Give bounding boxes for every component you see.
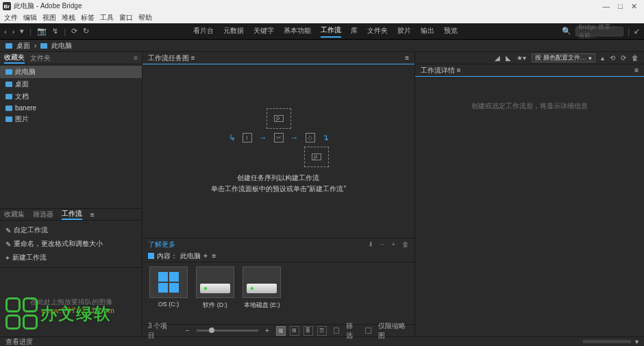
thumb-only-label[interactable]: 仅限缩略图 (378, 321, 409, 341)
menu-edit[interactable]: 编辑 (23, 13, 37, 23)
folder-icon (5, 94, 12, 99)
folder-icon (5, 106, 12, 111)
thumb-only-checkbox[interactable] (365, 328, 371, 334)
image-placeholder-icon (267, 108, 291, 129)
maximize-button[interactable]: □ (618, 2, 623, 11)
workflow-item-new[interactable]: +新建工作流 (0, 251, 142, 264)
menu-window[interactable]: 窗口 (119, 13, 133, 23)
workflow-diagram: ↳ I → ✂ → ◇ ↴ (229, 108, 329, 167)
panel-menu-icon[interactable]: ≡ (405, 54, 409, 62)
tab-keywords[interactable]: 关键字 (253, 26, 274, 37)
zoom-in-button[interactable]: + (265, 327, 269, 334)
drive-thumb (243, 267, 281, 298)
content-title[interactable]: 此电脑 (180, 251, 201, 261)
panel-menu-icon[interactable]: ≡ (134, 54, 138, 62)
learn-more-link[interactable]: 了解更多 (148, 240, 175, 249)
drive-item[interactable]: 本地磁盘 (E:) (241, 267, 282, 310)
tab-workflow[interactable]: 工作流 (321, 25, 341, 38)
tree-item-thispc[interactable]: 此电脑 (0, 66, 142, 78)
search-icon[interactable]: 🔍 (562, 27, 571, 36)
menu-file[interactable]: 文件 (4, 13, 18, 23)
crumb-thispc[interactable]: 此电脑 (51, 41, 72, 51)
close-button[interactable]: ✕ (631, 2, 637, 11)
lock-grid-button[interactable]: ⊞ (290, 326, 299, 336)
tab-collections[interactable]: 收藏集 (4, 210, 25, 219)
plus-icon[interactable]: + (203, 252, 208, 260)
compact-mode-icon[interactable]: ↙ (634, 27, 640, 36)
detail-header: 工作流详情 ≡ ≡ (415, 64, 644, 77)
grid-view-button[interactable]: ▦ (276, 326, 286, 336)
tab-metadata[interactable]: 元数据 (223, 26, 244, 37)
sort-direction-icon[interactable]: ▴ (601, 54, 604, 62)
back-button[interactable]: ‹ (4, 27, 7, 36)
menu-stack[interactable]: 堆栈 (62, 13, 75, 23)
favorites-header: 收藏夹 文件夹 ≡ (0, 52, 142, 64)
trash-icon[interactable]: 🗑 (402, 240, 409, 248)
open-recent-icon[interactable]: ↻ (83, 27, 89, 36)
rotate-ccw-icon[interactable]: ⟲ (610, 54, 615, 62)
menu-view[interactable]: 视图 (42, 13, 56, 23)
workflow-item-rename[interactable]: ✎重命名，更改格式和调整大小 (0, 237, 142, 251)
plus-icon[interactable]: + (391, 240, 395, 248)
crumb-desktop[interactable]: 桌面 (16, 41, 30, 51)
folder-icon (5, 116, 12, 122)
sort-desc-icon[interactable]: ◣ (506, 54, 511, 62)
list-view-button[interactable]: ☰ (317, 326, 327, 336)
curve-arrow-icon: ↴ (322, 133, 329, 143)
drive-label: OS (C:) (158, 301, 179, 308)
sort-select[interactable]: 按 颜色配置文件…▾ (532, 53, 595, 62)
tab-output[interactable]: 输出 (421, 26, 434, 37)
minus-icon[interactable]: − (380, 240, 384, 248)
rotate-cw-icon[interactable]: ⟳ (621, 54, 626, 62)
tab-favorites[interactable]: 收藏夹 (4, 53, 25, 64)
tab-essentials[interactable]: 基本功能 (284, 26, 311, 37)
minimize-button[interactable]: — (602, 2, 610, 11)
drive-item[interactable]: 软件 (D:) (195, 267, 236, 310)
star-filter-icon[interactable]: ★▾ (517, 54, 526, 62)
item-count: 3 个项目 (148, 321, 172, 341)
download-icon[interactable]: ⬇ (368, 240, 373, 248)
windows-logo-icon (158, 272, 179, 293)
tree-item-desktop[interactable]: 桌面 (0, 78, 142, 90)
tree-item-documents[interactable]: 文档 (0, 90, 142, 103)
tab-lighttable[interactable]: 看片台 (193, 26, 214, 37)
status-label[interactable]: 查看进度 (5, 337, 33, 347)
menu-help[interactable]: 帮助 (138, 13, 152, 23)
menu-bar: 文件 编辑 视图 堆栈 标签 工具 窗口 帮助 (0, 12, 644, 23)
tree-item-pictures[interactable]: 图片 (0, 113, 142, 125)
detail-view-button[interactable]: ≣ (304, 326, 313, 336)
disk-icon (247, 284, 277, 293)
menu-tools[interactable]: 工具 (100, 13, 114, 23)
reveal-icon[interactable]: 📷 (37, 27, 47, 36)
tab-filter[interactable]: 筛选器 (33, 210, 53, 219)
tab-workflow-panel[interactable]: 工作流 (62, 209, 82, 220)
workflow-item-custom[interactable]: ✎自定工作流 (0, 223, 142, 237)
drive-item[interactable]: OS (C:) (148, 267, 189, 308)
boomerang-icon[interactable]: ↯ (52, 27, 58, 36)
tab-preview[interactable]: 预览 (444, 26, 458, 37)
tree-item-banere[interactable]: banere (0, 103, 142, 113)
filter-label[interactable]: 筛选 (346, 321, 358, 341)
forward-button[interactable]: › (12, 27, 15, 36)
zoom-out-button[interactable]: − (186, 327, 190, 334)
menu-label[interactable]: 标签 (81, 13, 95, 23)
refresh-icon[interactable]: ⟳ (71, 27, 77, 36)
search-input[interactable]: Bridge 搜索：当前… (575, 27, 623, 36)
chevron-down-icon[interactable]: ▾ (635, 338, 639, 345)
panel-menu-icon[interactable]: ≡ (90, 211, 95, 219)
trash-icon[interactable]: 🗑 (632, 54, 639, 62)
select-all-checkbox[interactable] (148, 253, 154, 259)
favorites-tree: 此电脑 桌面 文档 banere 图片 (0, 64, 142, 208)
arrow-right-icon: → (290, 133, 299, 143)
text-cursor-icon: I (243, 133, 252, 143)
tab-folders-panel[interactable]: 文件夹 (30, 53, 51, 63)
tab-filmstrip[interactable]: 胶片 (397, 26, 411, 37)
tab-library[interactable]: 库 (351, 26, 358, 37)
tab-folders[interactable]: 文件夹 (367, 26, 388, 37)
filter-checkbox[interactable] (334, 328, 339, 334)
learn-more-bar: 了解更多 ⬇ − + 🗑 (143, 238, 414, 250)
thumb-size-slider[interactable] (197, 330, 259, 332)
up-button[interactable]: ▾ (20, 27, 24, 36)
sort-asc-icon[interactable]: ◢ (495, 54, 500, 62)
panel-menu-icon[interactable]: ≡ (634, 66, 639, 74)
